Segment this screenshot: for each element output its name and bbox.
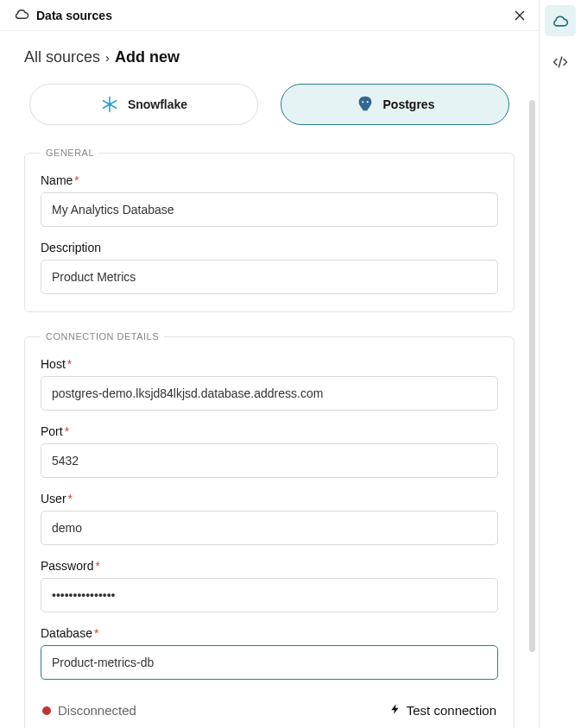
cloud-icon — [14, 6, 29, 24]
bolt-icon — [389, 702, 401, 719]
field-name: Name* — [41, 173, 498, 227]
section-connection-legend: CONNECTION DETAILS — [41, 331, 164, 342]
panel-header: Data sources — [0, 0, 539, 31]
side-rail — [540, 0, 581, 728]
panel-title: Data sources — [36, 9, 502, 22]
input-user[interactable] — [41, 511, 498, 545]
tab-postgres-label: Postgres — [383, 97, 435, 111]
label-host: Host* — [41, 357, 498, 371]
section-general: GENERAL Name* Description — [24, 147, 515, 312]
snowflake-icon — [100, 95, 119, 114]
main-panel: Data sources All sources › Add new Snowf… — [0, 0, 540, 728]
rail-code-button[interactable] — [545, 47, 576, 78]
label-name: Name* — [41, 173, 498, 187]
connection-footer: Disconnected Test connection — [41, 697, 498, 719]
input-database[interactable] — [41, 645, 498, 680]
label-port: Port* — [41, 424, 498, 438]
input-host[interactable] — [41, 376, 498, 411]
field-description: Description — [41, 241, 498, 294]
field-database: Database* — [41, 626, 498, 680]
test-connection-label: Test connection — [407, 703, 496, 718]
breadcrumb-all-sources[interactable]: All sources — [24, 48, 100, 66]
label-description: Description — [41, 241, 498, 254]
section-general-legend: GENERAL — [41, 147, 99, 158]
svg-point-6 — [362, 101, 363, 103]
input-password[interactable] — [41, 578, 498, 612]
postgres-icon — [356, 95, 375, 114]
breadcrumb: All sources › Add new — [24, 48, 515, 66]
scrollbar[interactable] — [529, 100, 535, 652]
section-connection: CONNECTION DETAILS Host* Port* User* Pas… — [24, 331, 515, 728]
breadcrumb-current: Add new — [115, 48, 180, 66]
rail-cloud-button[interactable] — [545, 5, 576, 36]
tab-snowflake-label: Snowflake — [128, 97, 187, 111]
test-connection-button[interactable]: Test connection — [389, 702, 496, 719]
field-password: Password* — [41, 559, 498, 612]
close-icon[interactable] — [509, 5, 530, 26]
scroll-region[interactable]: All sources › Add new Snowflake Postgres — [0, 31, 539, 728]
label-database: Database* — [41, 626, 498, 640]
chevron-right-icon: › — [105, 50, 110, 65]
field-host: Host* — [41, 357, 498, 411]
svg-line-8 — [559, 57, 561, 67]
input-description[interactable] — [41, 260, 498, 294]
tab-postgres[interactable]: Postgres — [281, 84, 509, 125]
source-type-tabs: Snowflake Postgres — [24, 84, 515, 125]
status-dot-icon — [42, 706, 51, 715]
label-password: Password* — [41, 559, 498, 573]
svg-point-5 — [109, 104, 111, 106]
connection-status: Disconnected — [42, 703, 136, 718]
input-name[interactable] — [41, 192, 498, 227]
panel-body: All sources › Add new Snowflake Postgres — [0, 31, 539, 728]
tab-snowflake[interactable]: Snowflake — [29, 84, 258, 125]
label-user: User* — [41, 492, 498, 505]
field-port: Port* — [41, 424, 498, 478]
svg-point-7 — [366, 101, 368, 103]
field-user: User* — [41, 492, 498, 545]
input-port[interactable] — [41, 443, 498, 478]
status-label: Disconnected — [58, 703, 136, 718]
